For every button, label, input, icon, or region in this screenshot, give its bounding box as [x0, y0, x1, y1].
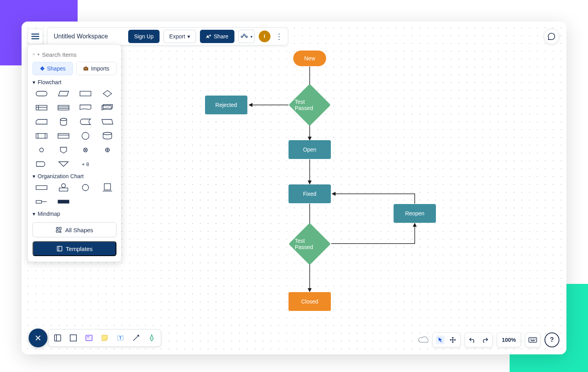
more-shapes-count[interactable]: + 8: [76, 159, 94, 169]
zoom-group[interactable]: 100%: [497, 332, 521, 347]
node-rejected[interactable]: Rejected: [205, 96, 247, 114]
share-label: Share: [214, 33, 228, 40]
shape-document[interactable]: [76, 103, 94, 113]
svg-rect-16: [36, 91, 47, 96]
caret-down-icon: ▾: [250, 34, 252, 39]
close-panel-button[interactable]: [29, 329, 47, 347]
section-orgchart-header[interactable]: ▾ Organization Chart: [33, 173, 116, 179]
pointer-button[interactable]: [436, 336, 445, 344]
keyboard-icon: [528, 336, 537, 344]
shape-org-square[interactable]: [98, 182, 116, 193]
tool-pen[interactable]: [147, 333, 157, 343]
shape-org-rect[interactable]: [33, 182, 51, 193]
search-caret-icon[interactable]: ▾: [38, 52, 40, 56]
shape-org-person[interactable]: [54, 182, 73, 193]
svg-rect-12: [40, 66, 44, 70]
panel-footer: All Shapes Templates: [33, 222, 116, 256]
shape-delay[interactable]: [33, 159, 51, 169]
tool-sticky[interactable]: [100, 333, 110, 343]
node-label: Closed: [301, 298, 318, 305]
workspace-title[interactable]: Untitled Workspace: [54, 33, 124, 40]
tab-shapes[interactable]: Shapes: [33, 62, 73, 75]
orgchart-shapes-grid: [33, 182, 116, 207]
svg-rect-43: [104, 184, 111, 190]
svg-rect-17: [80, 91, 91, 96]
shape-multidocument[interactable]: [98, 103, 116, 113]
shape-predefined[interactable]: [54, 103, 73, 113]
section-orgchart-label: Organization Chart: [38, 173, 84, 179]
pan-button[interactable]: [448, 336, 457, 344]
app-window: New Test Passed Rejected Open Fixed Reop…: [22, 22, 566, 354]
svg-point-40: [62, 184, 65, 188]
shape-offpage[interactable]: [54, 145, 73, 155]
svg-point-24: [60, 118, 67, 121]
cloud-sync-icon[interactable]: [417, 336, 428, 344]
node-reopen[interactable]: Reopen: [394, 204, 436, 223]
teams-button[interactable]: ▾: [238, 30, 255, 43]
svg-rect-62: [529, 338, 537, 342]
shape-org-circle[interactable]: [76, 182, 94, 193]
shape-process[interactable]: [76, 88, 94, 99]
node-open[interactable]: Open: [289, 140, 331, 159]
node-fixed[interactable]: Fixed: [289, 184, 331, 203]
more-menu-button[interactable]: ⋮: [274, 30, 284, 43]
shape-database[interactable]: [54, 117, 73, 127]
svg-rect-50: [56, 230, 58, 232]
help-button[interactable]: ?: [544, 332, 559, 347]
svg-point-10: [33, 54, 34, 55]
node-closed[interactable]: Closed: [289, 292, 331, 311]
shape-cylinder[interactable]: [98, 131, 116, 141]
shape-decision[interactable]: [98, 88, 116, 99]
export-button[interactable]: Export▾: [163, 30, 196, 43]
shape-manual-op[interactable]: [98, 117, 116, 127]
svg-rect-15: [85, 68, 87, 69]
shape-sum-junction[interactable]: [76, 145, 94, 155]
share-button[interactable]: Share: [200, 30, 234, 43]
shape-org-branch[interactable]: [33, 197, 51, 207]
user-avatar[interactable]: I: [259, 31, 270, 42]
svg-rect-39: [36, 186, 47, 190]
menu-button[interactable]: [27, 29, 43, 44]
svg-rect-18: [36, 105, 47, 110]
shape-card[interactable]: [33, 117, 51, 127]
pointer-mode-group: [432, 332, 461, 347]
sign-up-button[interactable]: Sign Up: [128, 30, 160, 43]
shape-header-rect[interactable]: [54, 131, 73, 141]
search-input[interactable]: [42, 51, 116, 58]
tool-text[interactable]: T: [115, 333, 125, 343]
shape-merge[interactable]: [54, 159, 73, 169]
sign-up-label: Sign Up: [134, 33, 154, 40]
shape-org-solid[interactable]: [54, 197, 73, 207]
flowchart-shapes-grid: + 8: [33, 88, 116, 169]
shape-or[interactable]: [98, 145, 116, 155]
tool-rectangle[interactable]: [68, 333, 78, 343]
keyboard-group[interactable]: [525, 332, 541, 347]
svg-rect-49: [59, 228, 61, 229]
shape-internal-storage[interactable]: [33, 103, 51, 113]
shape-double-rect[interactable]: [33, 131, 51, 141]
chat-button[interactable]: [544, 29, 559, 44]
tool-connector[interactable]: [131, 333, 141, 343]
tab-imports[interactable]: Imports: [76, 62, 116, 75]
shape-data[interactable]: [54, 88, 73, 99]
shape-small-circle[interactable]: [33, 145, 51, 155]
node-label: Test Passed: [295, 238, 325, 250]
shape-terminator[interactable]: [33, 88, 51, 99]
node-label: Open: [303, 146, 316, 153]
tool-frame[interactable]: [53, 333, 63, 343]
section-mindmap-header[interactable]: ▾ Mindmap: [33, 211, 116, 217]
help-icon: ?: [550, 336, 554, 343]
shape-circle[interactable]: [76, 131, 94, 141]
svg-rect-63: [530, 339, 531, 339]
node-new[interactable]: New: [293, 51, 326, 66]
all-shapes-icon: [56, 227, 62, 233]
tool-card[interactable]: [84, 333, 94, 343]
redo-button[interactable]: [481, 336, 489, 344]
templates-button[interactable]: Templates: [33, 241, 116, 256]
node-label: New: [304, 55, 315, 61]
shapes-tab-icon: [40, 66, 45, 71]
section-flowchart-header[interactable]: ▾ Flowchart: [33, 79, 116, 85]
undo-button[interactable]: [468, 336, 477, 344]
shape-stored-data[interactable]: [76, 117, 94, 127]
all-shapes-button[interactable]: All Shapes: [33, 222, 116, 237]
